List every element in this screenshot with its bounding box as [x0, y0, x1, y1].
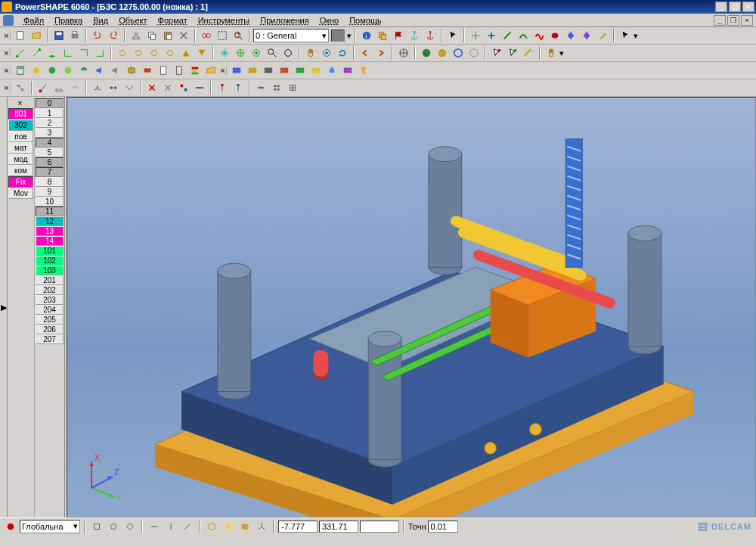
- tri2-icon[interactable]: [194, 45, 209, 61]
- copy2-icon[interactable]: [375, 28, 390, 43]
- toolbar3-handle[interactable]: ×: [3, 66, 11, 75]
- panel7-icon[interactable]: [340, 63, 355, 78]
- hand2-icon[interactable]: [544, 45, 559, 61]
- folder2-icon[interactable]: [203, 63, 218, 78]
- pick2-icon[interactable]: [505, 45, 520, 61]
- level-btn-204[interactable]: 204: [36, 305, 64, 315]
- panel-collapse-left[interactable]: ▶: [0, 97, 8, 517]
- sun-icon[interactable]: [221, 519, 236, 534]
- xyz-icon[interactable]: [254, 519, 269, 534]
- snap-c-icon[interactable]: [67, 80, 82, 95]
- doc2-icon[interactable]: [172, 63, 187, 78]
- level-btn-13[interactable]: 13: [36, 226, 64, 236]
- level-btn-206[interactable]: 206: [36, 325, 64, 334]
- minimize-button[interactable]: _: [715, 2, 727, 12]
- cursor-arrow[interactable]: ▾: [634, 31, 638, 41]
- glasses-icon[interactable]: [199, 28, 214, 43]
- coord-y-input[interactable]: 331.71: [319, 521, 358, 533]
- axes-icon[interactable]: [468, 28, 483, 43]
- droplet-icon[interactable]: [324, 63, 339, 78]
- level-btn-101[interactable]: 101: [36, 246, 64, 256]
- blob-icon[interactable]: [547, 28, 562, 43]
- coord-system-dropdown[interactable]: Глобальна▾: [20, 520, 80, 533]
- doc-minimize-button[interactable]: _: [714, 15, 726, 26]
- grp-icon[interactable]: [176, 80, 191, 95]
- toolbar2-handle[interactable]: ×: [3, 48, 11, 57]
- level-btn-207[interactable]: 207: [36, 334, 64, 344]
- snap3-icon[interactable]: [45, 45, 60, 61]
- target1-icon[interactable]: [233, 45, 248, 61]
- tri1-icon[interactable]: [178, 45, 194, 61]
- del2-icon[interactable]: [160, 80, 175, 95]
- menu-apps[interactable]: Приложения: [255, 14, 314, 26]
- globe-green-icon[interactable]: [419, 45, 434, 61]
- cursor2-icon[interactable]: [618, 28, 633, 43]
- layer-btn-5[interactable]: ком: [8, 165, 33, 176]
- snap1-icon[interactable]: [13, 45, 28, 61]
- new-button[interactable]: [13, 28, 28, 43]
- zoomwin-icon[interactable]: [265, 45, 280, 61]
- hand-icon[interactable]: [303, 45, 318, 61]
- redo-button[interactable]: [106, 28, 121, 43]
- coord-x-input[interactable]: -7.777: [278, 521, 318, 533]
- layer-dropdown[interactable]: 0 : General▾: [253, 29, 329, 42]
- grip3-icon[interactable]: [122, 519, 138, 534]
- stack-icon[interactable]: [187, 63, 203, 78]
- orbit-icon[interactable]: [319, 45, 334, 61]
- line-icon[interactable]: [500, 28, 515, 43]
- snap6-icon[interactable]: [92, 45, 107, 61]
- level-btn-12[interactable]: 12: [36, 216, 64, 226]
- grip1-icon[interactable]: [89, 519, 104, 534]
- menu-window[interactable]: Окно: [314, 14, 345, 26]
- level-btn-205[interactable]: 205: [36, 315, 64, 325]
- globe-grid-icon[interactable]: [396, 45, 411, 61]
- conn-icon[interactable]: [13, 80, 28, 95]
- anchor1-icon[interactable]: [407, 28, 422, 43]
- layer-btn-4[interactable]: мод: [8, 154, 33, 165]
- grip2-icon[interactable]: [106, 519, 121, 534]
- menu-edit[interactable]: Правка: [49, 14, 88, 26]
- layer-btn-1[interactable]: 302: [8, 120, 33, 131]
- curve-icon[interactable]: [531, 28, 547, 43]
- cube-icon[interactable]: [204, 519, 219, 534]
- snap5-icon[interactable]: [76, 45, 91, 61]
- toolbar4-handle[interactable]: ×: [3, 83, 11, 92]
- print-button[interactable]: [67, 28, 82, 43]
- snap-a-icon[interactable]: [36, 80, 51, 95]
- sphere-green-icon[interactable]: [45, 63, 60, 78]
- globe-wire-icon[interactable]: [466, 45, 482, 61]
- menu-object[interactable]: Объект: [113, 14, 152, 26]
- anchor2-icon[interactable]: [423, 28, 438, 43]
- level-btn-10[interactable]: 10: [36, 197, 64, 207]
- menu-help[interactable]: Помощь: [344, 14, 387, 26]
- status-flag-icon[interactable]: [3, 519, 18, 534]
- paste-button[interactable]: [160, 28, 175, 43]
- level-btn-1[interactable]: 1: [36, 108, 64, 118]
- level-btn-202[interactable]: 202: [36, 285, 64, 295]
- level-btn-9[interactable]: 9: [36, 187, 64, 197]
- open-button[interactable]: [29, 28, 44, 43]
- level-btn-6[interactable]: 6: [36, 157, 64, 167]
- pat3-icon[interactable]: [285, 80, 300, 95]
- level-btn-201[interactable]: 201: [36, 275, 64, 285]
- menu-tools[interactable]: Инструменты: [193, 14, 256, 26]
- panel2-icon[interactable]: [245, 63, 260, 78]
- calc-icon[interactable]: [13, 63, 28, 78]
- toolbar-handle[interactable]: ×: [3, 31, 11, 40]
- 3d-viewport[interactable]: X Y Z: [67, 97, 756, 517]
- brush-icon[interactable]: [521, 45, 536, 61]
- delete-button[interactable]: [176, 28, 191, 43]
- panel1-icon[interactable]: [229, 63, 244, 78]
- diamond1-icon[interactable]: [563, 28, 578, 43]
- layer-btn-0[interactable]: 801: [8, 108, 33, 120]
- panel4-icon[interactable]: [277, 63, 292, 78]
- panel1-close[interactable]: ×: [8, 98, 32, 107]
- shirt-icon[interactable]: [356, 63, 371, 78]
- fwd-icon[interactable]: [373, 45, 389, 61]
- hand-arrow[interactable]: ▾: [559, 48, 564, 58]
- snap4-icon[interactable]: [60, 45, 76, 61]
- undo-button[interactable]: [90, 28, 105, 43]
- toolbar3b-handle[interactable]: ×: [219, 66, 227, 75]
- level-btn-11[interactable]: 11: [36, 207, 64, 216]
- tool-icon[interactable]: [595, 28, 610, 43]
